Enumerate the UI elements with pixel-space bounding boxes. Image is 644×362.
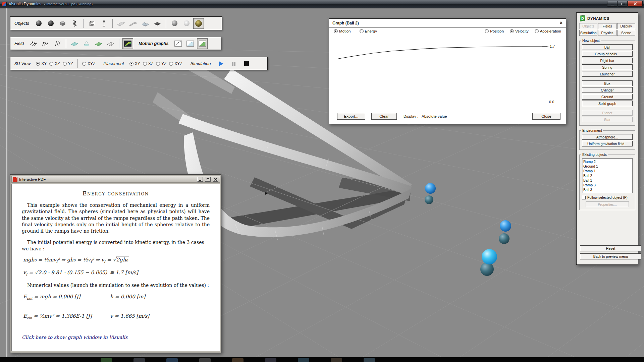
tab-scene[interactable]: Scene <box>617 30 635 36</box>
pause-button[interactable] <box>229 59 239 68</box>
box-button[interactable]: Box <box>582 80 633 86</box>
minimize-button[interactable] <box>607 1 617 7</box>
taskbar[interactable] <box>0 357 644 362</box>
pdf-titlebar[interactable]: Interactive PDF <box>11 176 220 183</box>
spring-tool-button[interactable] <box>69 18 80 29</box>
placement-yz-radio[interactable]: YZ <box>156 61 166 66</box>
vector-field-tool-button[interactable] <box>28 38 39 49</box>
acceleration-radio[interactable]: Acceleration <box>535 29 561 33</box>
view-xyz-radio[interactable]: XYZ <box>82 61 95 66</box>
view-yz-radio[interactable]: YZ <box>63 61 73 66</box>
energy-radio[interactable]: Energy <box>360 29 377 33</box>
surface-flat-tool-button[interactable] <box>69 38 80 49</box>
textured-ball-tool-button[interactable] <box>193 18 204 29</box>
pdf-maximize-button[interactable] <box>205 177 211 182</box>
launcher-button[interactable]: Launcher <box>582 71 633 77</box>
stop-button[interactable] <box>241 59 252 68</box>
maximize-button[interactable] <box>618 1 628 7</box>
ramp-tool-button[interactable] <box>116 18 126 29</box>
tab-display[interactable]: Display <box>617 23 635 29</box>
placement-xz-radio[interactable]: XZ <box>143 61 153 66</box>
ball-2[interactable] <box>425 183 436 194</box>
reset-button[interactable]: Reset <box>580 245 641 251</box>
spring-button[interactable]: Spring <box>582 64 633 70</box>
tab-fields[interactable]: Fields <box>598 23 616 29</box>
list-item[interactable]: Ramp 1 <box>583 169 631 173</box>
position-radio[interactable]: Position <box>485 29 504 33</box>
ball-3[interactable] <box>482 249 497 264</box>
atmosphere-button[interactable]: Atmosphere... <box>582 134 633 140</box>
velocity-radio[interactable]: Velocity <box>510 29 529 33</box>
graph-close-icon[interactable]: × <box>560 20 562 25</box>
show-graph-link[interactable]: Click here to show graph window in Visua… <box>22 335 210 340</box>
placement-xy-radio[interactable]: XY <box>129 61 140 66</box>
motion-radio[interactable]: Motion <box>334 29 351 33</box>
color-map-tool-button[interactable] <box>122 38 133 49</box>
launcher-tool-button[interactable] <box>99 18 109 29</box>
follow-object-checkbox[interactable] <box>582 196 586 199</box>
list-item[interactable]: Ball 2 <box>583 173 631 178</box>
list-item[interactable]: Ground 1 <box>583 164 631 169</box>
taskbar-item[interactable] <box>101 358 112 362</box>
curved-ramp-tool-button[interactable] <box>128 18 139 29</box>
area-graph-green-tool-button[interactable] <box>197 38 208 49</box>
taskbar-item[interactable] <box>232 358 244 362</box>
view-xz-radio[interactable]: XZ <box>49 61 60 66</box>
surface-cone-tool-button[interactable] <box>81 38 92 49</box>
view-xy-radio[interactable]: XY <box>36 61 47 66</box>
vector-field-dense-tool-button[interactable] <box>40 38 51 49</box>
graph-close-button[interactable]: Close <box>532 113 560 120</box>
titlebar[interactable]: Visualis Dynamics - InteractivePDF.pa (R… <box>0 0 644 8</box>
line-field-tool-button[interactable] <box>52 38 63 49</box>
ground-button[interactable]: Ground <box>582 94 633 100</box>
existing-objects-group: Existing objects Ramp 2 Ground 1 Ramp 1 … <box>579 155 635 210</box>
pdf-icon <box>13 177 17 182</box>
export-button[interactable]: Export... <box>337 113 365 120</box>
taskbar-item[interactable] <box>133 358 145 362</box>
surface-wire-tool-button[interactable] <box>105 38 116 49</box>
pdf-close-button[interactable] <box>213 177 218 182</box>
list-item[interactable]: Ramp 2 <box>583 159 631 164</box>
list-item[interactable]: Ball 3 <box>583 187 631 192</box>
close-button[interactable] <box>628 1 643 7</box>
tab-simulation[interactable]: Simulation <box>579 30 597 36</box>
group-of-balls-button[interactable]: Group of balls... <box>582 51 633 57</box>
list-item[interactable]: Ball 1 <box>583 178 631 183</box>
list-item[interactable]: Ramp 3 <box>583 183 631 187</box>
pdf-minimize-button[interactable] <box>197 177 203 182</box>
placement-xyz-radio[interactable]: XYZ <box>169 61 182 66</box>
ground-tool-button[interactable] <box>152 18 163 29</box>
shaded-ball-tool-button[interactable] <box>45 18 56 29</box>
clear-button[interactable]: Clear <box>371 113 397 120</box>
play-button[interactable] <box>216 59 226 68</box>
cube-tool-button[interactable] <box>57 18 68 29</box>
back-to-preview-menu-button[interactable]: Back to preview menu <box>580 253 641 259</box>
taskbar-item[interactable] <box>331 358 342 362</box>
tab-objects[interactable]: Objects <box>579 23 597 29</box>
taskbar-item[interactable] <box>199 358 211 362</box>
graph-window-titlebar[interactable]: Graph (Ball 2) × <box>329 19 566 27</box>
uniform-gravitation-field-button[interactable]: Uniform gravitation field... <box>582 141 633 146</box>
cylinder-button[interactable]: Cylinder <box>582 87 633 93</box>
solid-graph-tool-button[interactable] <box>140 18 151 29</box>
solid-graph-button[interactable]: Solid graph <box>582 101 633 106</box>
rigid-bar-button[interactable]: Rigid bar <box>582 58 633 63</box>
ball-tool-button[interactable] <box>33 18 44 29</box>
follow-object-row[interactable]: Follow selected object (F) <box>582 195 633 199</box>
ball-button[interactable]: Ball <box>582 44 633 50</box>
existing-objects-list[interactable]: Ramp 2 Ground 1 Ramp 1 Ball 2 Ball 1 Ram… <box>582 158 633 193</box>
ball-1[interactable] <box>500 220 511 232</box>
planet-tool-button[interactable] <box>169 18 180 29</box>
taskbar-item[interactable] <box>265 358 276 362</box>
star-tool-button[interactable] <box>181 18 192 29</box>
taskbar-item[interactable] <box>364 358 375 362</box>
area-graph-light-tool-button[interactable] <box>185 38 196 49</box>
taskbar-item[interactable] <box>298 358 309 362</box>
taskbar-item[interactable] <box>166 358 178 362</box>
display-mode-link[interactable]: Absolute value <box>422 114 447 118</box>
surface-colored-tool-button[interactable] <box>93 38 104 49</box>
line-graph-tool-button[interactable] <box>173 38 183 49</box>
tab-physics[interactable]: Physics <box>598 30 616 36</box>
close-icon <box>214 178 217 181</box>
wireframe-box-tool-button[interactable] <box>87 18 97 29</box>
